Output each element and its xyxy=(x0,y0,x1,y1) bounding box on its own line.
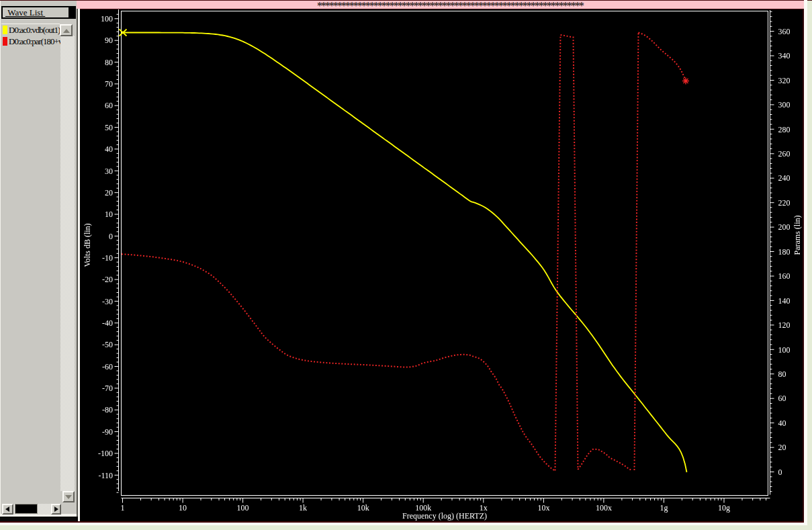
svg-text:-20: -20 xyxy=(102,275,113,284)
svg-text:100: 100 xyxy=(778,345,791,355)
svg-text:10k: 10k xyxy=(357,503,369,513)
svg-text:220: 220 xyxy=(778,198,791,208)
svg-text:-60: -60 xyxy=(102,362,113,371)
svg-text:280: 280 xyxy=(778,125,791,134)
svg-text:10: 10 xyxy=(179,503,187,513)
svg-text:30: 30 xyxy=(105,167,113,176)
svg-text:60: 60 xyxy=(105,101,113,110)
svg-text:-100: -100 xyxy=(98,449,113,458)
svg-text:-70: -70 xyxy=(102,384,113,393)
svg-text:0: 0 xyxy=(109,232,113,241)
svg-text:50: 50 xyxy=(105,123,113,132)
svg-text:360: 360 xyxy=(778,27,791,36)
svg-text:340: 340 xyxy=(778,51,791,60)
svg-text:140: 140 xyxy=(778,296,791,306)
svg-text:300: 300 xyxy=(778,100,791,109)
svg-text:40: 40 xyxy=(105,144,113,154)
svg-text:90: 90 xyxy=(105,36,113,45)
svg-text:70: 70 xyxy=(105,79,113,89)
svg-text:40: 40 xyxy=(778,418,786,428)
svg-text:1k: 1k xyxy=(299,503,307,513)
svg-text:-90: -90 xyxy=(102,427,113,437)
svg-text:240: 240 xyxy=(778,173,791,183)
svg-text:Volts dB (lin): Volts dB (lin) xyxy=(83,223,92,267)
svg-text:20: 20 xyxy=(778,443,786,452)
svg-text:-110: -110 xyxy=(98,471,113,480)
svg-text:120: 120 xyxy=(778,320,791,330)
svg-text:100x: 100x xyxy=(596,503,612,513)
svg-text:100: 100 xyxy=(101,14,113,24)
svg-text:320: 320 xyxy=(778,76,791,85)
svg-text:-80: -80 xyxy=(102,405,113,414)
svg-text:10x: 10x xyxy=(537,503,549,513)
svg-text:100: 100 xyxy=(237,503,249,513)
svg-text:10: 10 xyxy=(105,210,113,219)
svg-text:180: 180 xyxy=(778,247,791,257)
svg-text:160: 160 xyxy=(778,271,791,281)
svg-text:260: 260 xyxy=(778,149,791,159)
svg-text:80: 80 xyxy=(778,369,786,379)
svg-text:1g: 1g xyxy=(660,503,668,513)
svg-text:Frequency (log) (HERTZ): Frequency (log) (HERTZ) xyxy=(402,511,487,521)
svg-text:-40: -40 xyxy=(102,318,113,328)
svg-text:-10: -10 xyxy=(102,253,113,263)
svg-text:60: 60 xyxy=(778,394,786,403)
svg-text:80: 80 xyxy=(105,58,113,67)
svg-text:0: 0 xyxy=(778,468,782,477)
svg-text:-30: -30 xyxy=(102,297,113,306)
svg-text:20: 20 xyxy=(105,188,113,197)
svg-text:1: 1 xyxy=(121,503,125,513)
svg-text:10g: 10g xyxy=(718,503,730,513)
svg-text:Params (lin): Params (lin) xyxy=(793,216,802,255)
svg-text:200: 200 xyxy=(778,222,791,232)
svg-text:-50: -50 xyxy=(102,340,113,349)
